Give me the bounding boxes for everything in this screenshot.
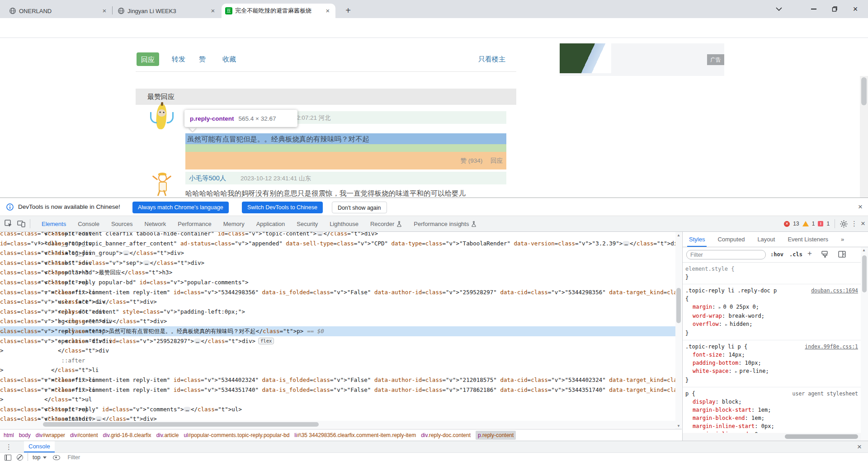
devtools-menu-kebab-icon[interactable]: ⋮ (851, 220, 858, 228)
devtools-tab-elements[interactable]: Elements (36, 216, 72, 231)
forward-link[interactable]: 转发 (172, 55, 185, 64)
op-only-link[interactable]: 只看楼主 (478, 55, 505, 64)
dom-tree-row[interactable]: <class="t">h3 class=class="v">"popular-h… (0, 268, 682, 278)
flex-badge[interactable]: flex (258, 338, 274, 344)
page-scrollbar-thumb[interactable] (861, 77, 867, 105)
devtools-tab-performance[interactable]: Performance (172, 216, 217, 231)
styles-scrollbar-thumb[interactable] (862, 255, 867, 292)
reply2-username-link[interactable]: 小毛等500人 (189, 174, 226, 183)
expand-arrow-icon[interactable]: ▶ (38, 248, 41, 258)
console-filter-input[interactable]: Filter (67, 454, 80, 461)
live-expression-eye-icon[interactable] (53, 455, 60, 460)
devtools-tab-memory[interactable]: Memory (217, 216, 250, 231)
dom-tree-row[interactable]: ▼<class="t">ul class=class="v">"topic-re… (0, 278, 682, 287)
dom-tree-row[interactable]: …<class="t">p class=class="v">"reply-con… (0, 326, 682, 336)
tab-search-chevron-icon[interactable] (769, 0, 789, 18)
styles-vertical-scrollbar[interactable]: ▲ (861, 247, 868, 441)
expand-arrow-icon[interactable]: ▶ (38, 239, 41, 249)
reply2-avatar[interactable] (149, 172, 175, 197)
notice-close-icon[interactable]: × (858, 202, 863, 212)
page-scrollbar[interactable] (860, 76, 868, 198)
expand-arrow-icon[interactable]: ▶ (59, 316, 61, 326)
console-sidebar-icon[interactable] (5, 455, 11, 461)
styles-tab-event-listeners[interactable]: Event Listeners (781, 232, 835, 247)
like-link[interactable]: 赞 (199, 55, 206, 64)
elements-horizontal-scrollbar[interactable] (0, 421, 675, 428)
css-rule[interactable]: .topic-reply li p {index.99f8e.css:1font… (683, 340, 861, 387)
console-errors-icon[interactable]: ✕ (784, 221, 790, 227)
breadcrumb-item[interactable]: div.article (156, 432, 179, 438)
devtools-tab-recorder[interactable]: Recorder (364, 216, 408, 231)
browser-tab-jingyan[interactable]: Jingyan Li WEEK3 × (114, 4, 221, 18)
scroll-up-arrow-icon[interactable]: ▲ (861, 248, 867, 252)
styles-horizontal-scrollbar[interactable] (683, 433, 861, 441)
dom-tree-row[interactable]: ::after (0, 356, 682, 366)
dom-tree-row[interactable]: ▶<class="t">div class=class="v">"dialog_… (0, 248, 682, 258)
drawer-close-icon[interactable]: × (857, 442, 862, 452)
devtools-tab-application[interactable]: Application (250, 216, 291, 231)
expand-arrow-icon[interactable]: ▼ (52, 307, 54, 317)
reply-button[interactable]: 回应 (137, 52, 159, 66)
expand-arrow-icon[interactable]: ▶ (52, 297, 54, 307)
devtools-close-icon[interactable]: × (861, 219, 865, 228)
expand-arrow-icon[interactable]: ▼ (38, 278, 41, 287)
devtools-settings-gear-icon[interactable] (840, 220, 848, 228)
styles-tab-styles[interactable]: Styles (683, 232, 711, 247)
breadcrumb-item[interactable]: div#content (70, 432, 98, 438)
breadcrumb-item[interactable]: html (4, 432, 14, 438)
stylesheet-link[interactable]: douban.css:1694 (811, 287, 858, 295)
maximize-button[interactable] (824, 0, 845, 18)
dont-show-again-button[interactable]: Don't show again (332, 202, 387, 213)
rendering-brush-icon[interactable] (821, 251, 829, 258)
dom-tree-row[interactable]: ▶<class="t">div id=class="v">"dale_group… (0, 239, 682, 249)
expand-arrow-icon[interactable]: ▶ (38, 405, 41, 414)
elements-scrollbar-thumb[interactable] (676, 288, 681, 323)
breadcrumb-item[interactable]: div#wrapper (36, 432, 65, 438)
elements-vertical-scrollbar[interactable]: ▲ ▼ (675, 232, 682, 429)
browser-tab-onerland[interactable]: ONERLAND × (5, 4, 112, 18)
css-rule[interactable]: .topic-reply li .reply-doc pdouban.css:1… (683, 284, 861, 340)
expand-arrow-icon[interactable]: ▶ (45, 375, 47, 385)
breadcrumb-item[interactable]: div.grid-16-8.clearfix (103, 432, 151, 438)
breadcrumb-item[interactable]: li#\35 344298356.clearfix.comment-item.r… (294, 432, 416, 438)
more-tabs-chevron-icon[interactable]: » (835, 232, 850, 247)
expand-arrow-icon[interactable]: ▼ (45, 287, 47, 297)
sidebar-position-icon[interactable] (838, 251, 846, 258)
toggle-hover-state-button[interactable]: :hov (770, 251, 783, 258)
frame-context-selector[interactable]: top (33, 454, 40, 461)
breadcrumb-item[interactable]: p.reply-content (476, 431, 516, 440)
tab-close-icon[interactable]: × (100, 7, 108, 15)
expand-arrow-icon[interactable]: ▶ (38, 258, 41, 268)
dom-tree-row[interactable]: </class="t">ul> (0, 395, 682, 405)
dom-tree-row[interactable]: ▶<class="t">li class=class="v">"clearfix… (0, 385, 682, 395)
breadcrumb-item[interactable]: ul#popular-comments.topic-reply.popular-… (184, 432, 289, 438)
dom-tree-row[interactable]: </class="t">li> (0, 365, 682, 375)
scroll-up-arrow-icon[interactable]: ▲ (675, 233, 682, 237)
dom-tree-row[interactable]: ▶<class="t">div class=class="v">"user-fa… (0, 297, 682, 307)
stylesheet-link[interactable]: index.99f8e.css:1 (805, 343, 858, 351)
minimize-button[interactable] (803, 0, 824, 18)
ad-banner[interactable]: 广告 (560, 43, 724, 76)
dom-tree-row[interactable]: </class="t">div> (0, 346, 682, 356)
favorite-link[interactable]: 收藏 (222, 55, 236, 64)
stylesheet-link[interactable]: user agent stylesheet (793, 390, 858, 398)
tab-close-icon[interactable]: × (209, 7, 217, 15)
breadcrumb-item[interactable]: div.reply-doc.content (421, 432, 471, 438)
dom-tree-row[interactable]: <class="t">div class=class="v">"topic-co… (0, 232, 682, 239)
new-tab-button[interactable]: + (342, 5, 354, 17)
devtools-tab-sources[interactable]: Sources (105, 216, 139, 231)
dom-tree-row[interactable]: ▶<class="t">div class=class="v">"tabs" i… (0, 258, 682, 268)
styles-hscrollbar-thumb[interactable] (785, 434, 858, 439)
issues-icon[interactable]: ! (818, 221, 823, 226)
styles-tab-layout[interactable]: Layout (751, 232, 781, 247)
dom-tree-row[interactable]: ▼<class="t">li class=class="v">"clearfix… (0, 287, 682, 297)
window-close-button[interactable]: × (845, 0, 866, 18)
dom-tree-row[interactable]: ▶<class="t">ul class=class="v">"topic-re… (0, 405, 682, 414)
devtools-tab-performance-insights[interactable]: Performance insights (408, 216, 482, 231)
reply1-like-link[interactable]: 赞 (934) (460, 157, 482, 164)
reply1-reply-link[interactable]: 回应 (491, 157, 503, 164)
devtools-tab-console[interactable]: Console (72, 216, 105, 231)
devtools-tab-network[interactable]: Network (139, 216, 172, 231)
toggle-class-button[interactable]: .cls (789, 251, 802, 258)
device-toolbar-icon[interactable] (17, 220, 25, 227)
